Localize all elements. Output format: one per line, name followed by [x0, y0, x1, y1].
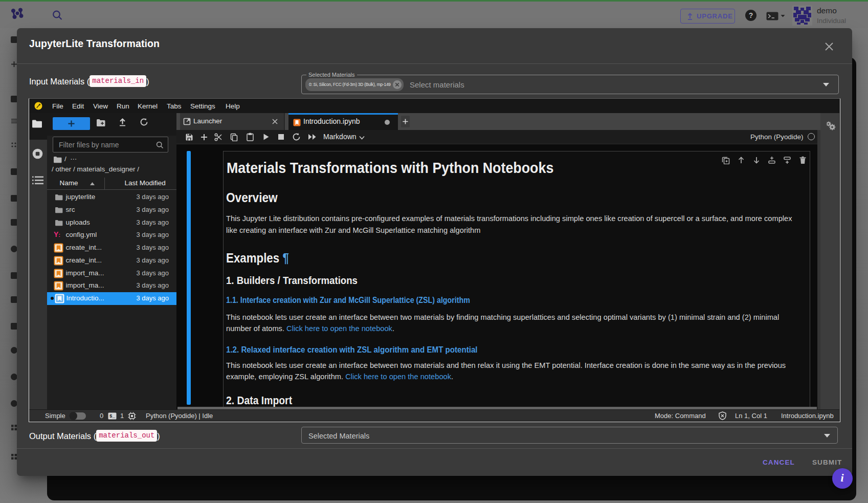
svg-text:$_: $_	[109, 414, 115, 419]
